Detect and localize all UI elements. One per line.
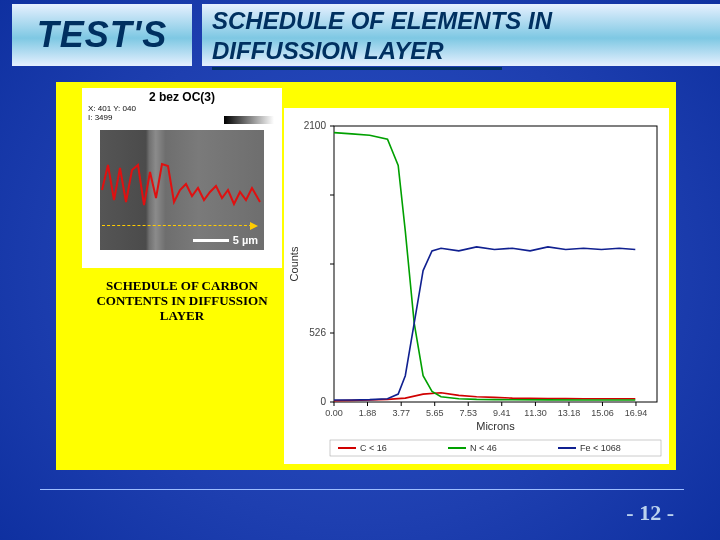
grayscale-bar-icon bbox=[224, 116, 274, 124]
svg-text:9.41: 9.41 bbox=[493, 408, 511, 418]
sem-panel: 2 bez OC(3) X: 401 Y: 040 I: 3499 5 µm bbox=[82, 88, 282, 268]
svg-text:C < 16: C < 16 bbox=[360, 443, 387, 453]
title-underline-decor bbox=[212, 67, 502, 70]
svg-text:16.94: 16.94 bbox=[625, 408, 648, 418]
sem-caption: SCHEDULE OF CARBON CONTENTS IN DIFFUSSIO… bbox=[82, 278, 282, 323]
carbon-trace-icon bbox=[100, 130, 264, 250]
sem-micrograph: 5 µm bbox=[100, 130, 264, 250]
slide-label: TEST'S bbox=[12, 4, 192, 66]
svg-text:0: 0 bbox=[320, 396, 326, 407]
chart-svg: 052621000.001.883.775.657.539.4111.3013.… bbox=[284, 108, 669, 464]
footer-rule bbox=[40, 489, 684, 490]
scale-bar-icon bbox=[193, 239, 229, 242]
svg-text:11.30: 11.30 bbox=[524, 408, 547, 418]
scale-bar: 5 µm bbox=[193, 234, 258, 246]
sem-meta-xy: X: 401 Y: 040 bbox=[88, 104, 282, 113]
scale-bar-label: 5 µm bbox=[233, 234, 258, 246]
svg-text:Fe < 1068: Fe < 1068 bbox=[580, 443, 621, 453]
svg-text:2100: 2100 bbox=[304, 120, 327, 131]
svg-text:13.18: 13.18 bbox=[558, 408, 581, 418]
elements-chart: 052621000.001.883.775.657.539.4111.3013.… bbox=[284, 108, 669, 464]
content-stage: 2 bez OC(3) X: 401 Y: 040 I: 3499 5 µm S… bbox=[56, 82, 676, 470]
slide-title-line2: DIFFUSSION LAYER bbox=[212, 36, 710, 66]
svg-text:N < 46: N < 46 bbox=[470, 443, 497, 453]
svg-text:526: 526 bbox=[309, 327, 326, 338]
svg-text:7.53: 7.53 bbox=[459, 408, 477, 418]
slide-title-line1: SCHEDULE OF ELEMENTS IN bbox=[212, 6, 710, 36]
svg-text:15.06: 15.06 bbox=[591, 408, 614, 418]
header: TEST'S SCHEDULE OF ELEMENTS IN DIFFUSSIO… bbox=[0, 4, 720, 74]
svg-text:0.00: 0.00 bbox=[325, 408, 343, 418]
slide-label-text: TEST'S bbox=[37, 14, 168, 56]
svg-text:Microns: Microns bbox=[476, 420, 515, 432]
page-number: - 12 - bbox=[626, 500, 674, 526]
svg-text:5.65: 5.65 bbox=[426, 408, 444, 418]
scan-direction-arrow-icon bbox=[102, 225, 252, 226]
svg-text:3.77: 3.77 bbox=[392, 408, 410, 418]
slide-title: SCHEDULE OF ELEMENTS IN DIFFUSSION LAYER bbox=[202, 4, 720, 66]
svg-text:Counts: Counts bbox=[288, 246, 300, 281]
sem-title: 2 bez OC(3) bbox=[82, 88, 282, 104]
svg-text:1.88: 1.88 bbox=[359, 408, 377, 418]
svg-rect-0 bbox=[334, 126, 657, 402]
